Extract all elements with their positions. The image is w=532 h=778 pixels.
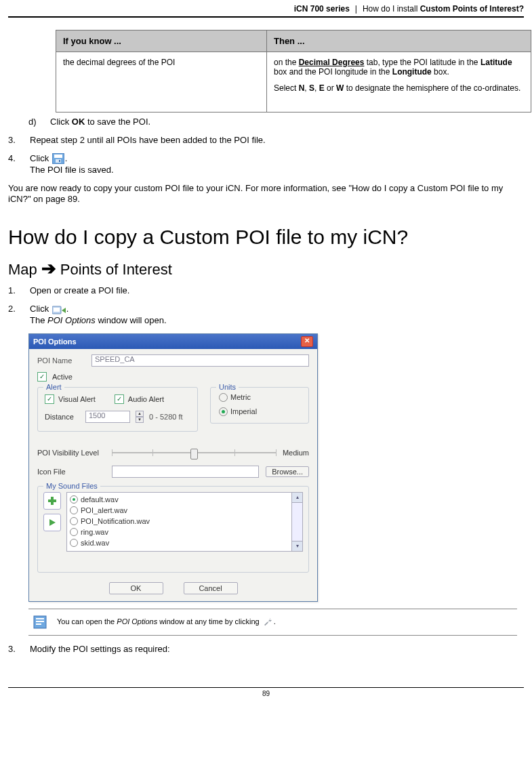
arrow-right-icon: ➔	[41, 260, 56, 277]
list-item: ring.wav	[70, 527, 289, 537]
metric-radio[interactable]	[219, 393, 228, 402]
subheading-map-poi: Map ➔ Points of Interest	[8, 261, 524, 279]
table-cell-if: the decimal degrees of the POI	[56, 52, 267, 112]
sound-radio[interactable]	[70, 517, 78, 525]
distance-range: 0 - 5280 ft	[149, 413, 183, 421]
step-3: 3. Repeat step 2 until all POIs have bee…	[8, 135, 524, 146]
header-rule	[8, 16, 524, 18]
save-disk-icon	[52, 153, 64, 164]
header-separator: |	[355, 4, 357, 14]
table-cell-then: on the Decimal Degrees tab, type the POI…	[267, 52, 531, 112]
wrench-icon	[262, 617, 273, 628]
paragraph-ready-to-copy: You are now ready to copy your custom PO…	[8, 183, 524, 206]
browse-button[interactable]: Browse...	[266, 466, 309, 477]
note-icon	[33, 615, 47, 630]
table-header-if: If you know ...	[56, 30, 267, 52]
poi-name-input[interactable]: SPEED_CA	[91, 354, 309, 367]
imperial-radio[interactable]	[219, 407, 228, 416]
svg-rect-9	[36, 618, 44, 619]
audio-alert-checkbox[interactable]: ✓	[115, 394, 124, 404]
poi-name-label: POI Name	[37, 356, 86, 365]
svg-rect-5	[54, 308, 60, 312]
svg-rect-3	[59, 160, 60, 162]
list-item: skid.wav	[70, 537, 289, 548]
note-box: You can open the POI Options window at a…	[28, 609, 517, 636]
sec2-step-3: 3. Modify the POI settings as required:	[8, 644, 524, 655]
sec2-step-2: 2. Click . The POI Options window will o…	[8, 304, 524, 327]
poi-visibility-slider[interactable]	[112, 447, 276, 459]
list-item: default.wav	[70, 494, 289, 505]
distance-input[interactable]: 1500	[85, 411, 130, 423]
sound-radio[interactable]	[70, 528, 78, 536]
footer-rule	[8, 687, 524, 688]
sound-file-list[interactable]: default.wav POI_alert.wav POI_Notificati…	[66, 492, 303, 552]
page-header: iCN 700 series | How do I install Custom…	[8, 4, 524, 15]
visual-alert-checkbox[interactable]: ✓	[45, 394, 54, 404]
dialog-titlebar: POI Options ✕	[29, 334, 317, 349]
if-then-table: If you know ... Then ... the decimal deg…	[56, 30, 531, 112]
table-header-then: Then ...	[267, 30, 531, 52]
distance-label: Distance	[45, 413, 80, 421]
scrollbar[interactable]: ▴▾	[291, 493, 302, 551]
icon-file-label: Icon File	[37, 468, 105, 476]
poi-options-dialog: POI Options ✕ POI Name SPEED_CA ✓ Active…	[28, 333, 318, 602]
sound-radio[interactable]	[70, 539, 78, 547]
svg-rect-1	[54, 155, 62, 158]
sound-files-group: My Sound Files default.wav POI_aler	[37, 486, 309, 573]
header-series: iCN 700 series	[294, 4, 350, 14]
heading-copy-poi: How do I copy a Custom POI file to my iC…	[8, 224, 524, 250]
upload-device-icon	[52, 304, 66, 314]
svg-rect-10	[36, 621, 44, 622]
active-label: Active	[52, 373, 73, 381]
alert-group: Alert ✓ Visual Alert ✓ Audio Alert	[37, 387, 198, 432]
svg-rect-7	[48, 499, 56, 502]
list-item: POI_Notification.wav	[70, 516, 289, 527]
play-sound-button[interactable]	[43, 514, 61, 531]
units-group: Units Metric Imperial	[210, 387, 309, 424]
sec2-step-1: 1. Open or create a POI file.	[8, 285, 524, 297]
step-4: 4. Click . The POI file is saved.	[8, 153, 524, 176]
substep-d: d) Click OK to save the POI.	[8, 117, 524, 128]
list-item: POI_alert.wav	[70, 505, 289, 516]
icon-file-input[interactable]	[112, 466, 259, 478]
sound-radio[interactable]	[70, 495, 78, 504]
page-number: 89	[8, 690, 524, 697]
add-sound-button[interactable]	[43, 492, 61, 510]
header-question: How do I install Custom Points of Intere…	[363, 4, 524, 14]
cancel-button[interactable]: Cancel	[184, 582, 238, 594]
ok-button[interactable]: OK	[109, 582, 163, 594]
distance-spinner[interactable]: ▲▼	[136, 411, 144, 423]
table-row: the decimal degrees of the POI on the De…	[56, 52, 531, 112]
poi-visibility-label: POI Visibility Level	[37, 449, 105, 457]
svg-rect-11	[36, 623, 41, 625]
dialog-title: POI Options	[33, 337, 77, 346]
active-checkbox[interactable]: ✓	[37, 372, 47, 382]
poi-visibility-value: Medium	[283, 449, 309, 457]
close-icon[interactable]: ✕	[301, 336, 313, 347]
sound-radio[interactable]	[70, 506, 78, 514]
